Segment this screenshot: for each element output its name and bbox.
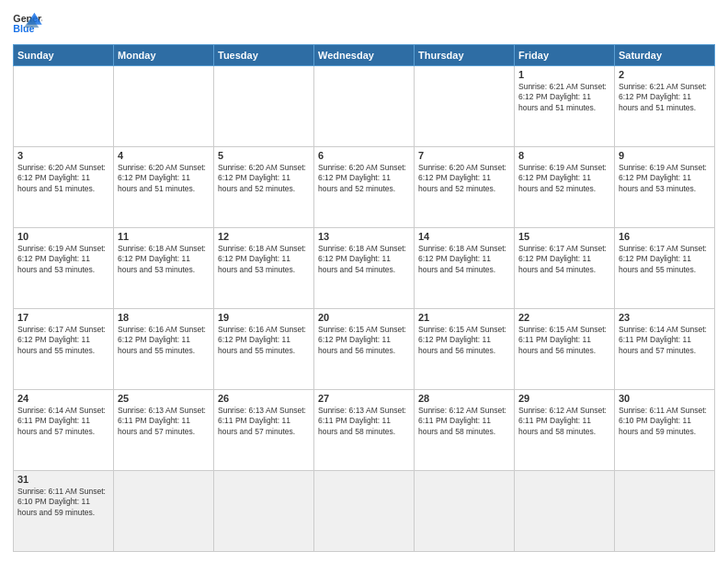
calendar-cell bbox=[114, 66, 214, 147]
day-number: 28 bbox=[418, 393, 510, 404]
cell-info: Sunrise: 6:12 AM Sunset: 6:11 PM Dayligh… bbox=[518, 406, 610, 437]
calendar-cell: 1Sunrise: 6:21 AM Sunset: 6:12 PM Daylig… bbox=[515, 66, 615, 147]
cell-info: Sunrise: 6:20 AM Sunset: 6:12 PM Dayligh… bbox=[118, 163, 210, 194]
day-number: 24 bbox=[17, 393, 109, 404]
calendar-cell bbox=[214, 471, 314, 552]
day-number: 18 bbox=[118, 312, 210, 323]
day-header-wednesday: Wednesday bbox=[314, 45, 415, 66]
calendar-cell: 22Sunrise: 6:15 AM Sunset: 6:11 PM Dayli… bbox=[515, 309, 615, 390]
cell-info: Sunrise: 6:17 AM Sunset: 6:12 PM Dayligh… bbox=[518, 244, 610, 275]
cell-info: Sunrise: 6:13 AM Sunset: 6:11 PM Dayligh… bbox=[318, 406, 410, 437]
calendar-cell: 29Sunrise: 6:12 AM Sunset: 6:11 PM Dayli… bbox=[515, 390, 615, 471]
cell-info: Sunrise: 6:20 AM Sunset: 6:12 PM Dayligh… bbox=[17, 163, 109, 194]
cell-info: Sunrise: 6:16 AM Sunset: 6:12 PM Dayligh… bbox=[218, 325, 310, 356]
calendar-cell bbox=[615, 471, 715, 552]
header: General Blue bbox=[13, 11, 715, 37]
calendar-cell: 14Sunrise: 6:18 AM Sunset: 6:12 PM Dayli… bbox=[415, 228, 515, 309]
day-number: 17 bbox=[17, 312, 109, 323]
cell-info: Sunrise: 6:14 AM Sunset: 6:11 PM Dayligh… bbox=[17, 406, 109, 437]
cell-info: Sunrise: 6:12 AM Sunset: 6:11 PM Dayligh… bbox=[418, 406, 510, 437]
page: General Blue SundayMondayTuesdayWednesda… bbox=[0, 0, 728, 563]
day-header-sunday: Sunday bbox=[14, 45, 114, 66]
calendar-cell: 30Sunrise: 6:11 AM Sunset: 6:10 PM Dayli… bbox=[615, 390, 715, 471]
calendar-cell: 9Sunrise: 6:19 AM Sunset: 6:12 PM Daylig… bbox=[615, 147, 715, 228]
day-number: 7 bbox=[418, 150, 510, 161]
calendar-cell: 10Sunrise: 6:19 AM Sunset: 6:12 PM Dayli… bbox=[14, 228, 114, 309]
day-number: 4 bbox=[118, 150, 210, 161]
day-number: 3 bbox=[17, 150, 109, 161]
day-number: 21 bbox=[418, 312, 510, 323]
calendar-cell bbox=[214, 66, 314, 147]
calendar-cell bbox=[314, 471, 415, 552]
cell-info: Sunrise: 6:11 AM Sunset: 6:10 PM Dayligh… bbox=[17, 487, 109, 518]
calendar-cell: 3Sunrise: 6:20 AM Sunset: 6:12 PM Daylig… bbox=[14, 147, 114, 228]
calendar-week-row: 10Sunrise: 6:19 AM Sunset: 6:12 PM Dayli… bbox=[14, 228, 715, 309]
calendar-table: SundayMondayTuesdayWednesdayThursdayFrid… bbox=[13, 44, 715, 552]
calendar-cell: 21Sunrise: 6:15 AM Sunset: 6:12 PM Dayli… bbox=[415, 309, 515, 390]
calendar-week-row: 3Sunrise: 6:20 AM Sunset: 6:12 PM Daylig… bbox=[14, 147, 715, 228]
calendar-header-row: SundayMondayTuesdayWednesdayThursdayFrid… bbox=[14, 45, 715, 66]
day-number: 19 bbox=[218, 312, 310, 323]
day-header-friday: Friday bbox=[515, 45, 615, 66]
calendar-cell: 11Sunrise: 6:18 AM Sunset: 6:12 PM Dayli… bbox=[114, 228, 214, 309]
calendar-cell: 16Sunrise: 6:17 AM Sunset: 6:12 PM Dayli… bbox=[615, 228, 715, 309]
calendar-cell: 24Sunrise: 6:14 AM Sunset: 6:11 PM Dayli… bbox=[14, 390, 114, 471]
day-number: 25 bbox=[118, 393, 210, 404]
cell-info: Sunrise: 6:20 AM Sunset: 6:12 PM Dayligh… bbox=[218, 163, 310, 194]
day-number: 12 bbox=[218, 231, 310, 242]
day-number: 2 bbox=[619, 69, 711, 80]
day-number: 31 bbox=[17, 474, 109, 485]
calendar-week-row: 24Sunrise: 6:14 AM Sunset: 6:11 PM Dayli… bbox=[14, 390, 715, 471]
cell-info: Sunrise: 6:15 AM Sunset: 6:12 PM Dayligh… bbox=[418, 325, 510, 356]
day-number: 9 bbox=[619, 150, 711, 161]
calendar-cell bbox=[415, 471, 515, 552]
calendar-cell: 4Sunrise: 6:20 AM Sunset: 6:12 PM Daylig… bbox=[114, 147, 214, 228]
calendar-cell bbox=[515, 471, 615, 552]
day-number: 14 bbox=[418, 231, 510, 242]
calendar-cell: 25Sunrise: 6:13 AM Sunset: 6:11 PM Dayli… bbox=[114, 390, 214, 471]
cell-info: Sunrise: 6:13 AM Sunset: 6:11 PM Dayligh… bbox=[118, 406, 210, 437]
day-number: 11 bbox=[118, 231, 210, 242]
day-header-tuesday: Tuesday bbox=[214, 45, 314, 66]
calendar-cell: 13Sunrise: 6:18 AM Sunset: 6:12 PM Dayli… bbox=[314, 228, 415, 309]
day-number: 29 bbox=[518, 393, 610, 404]
generalblue-logo-icon: General Blue bbox=[13, 11, 42, 37]
cell-info: Sunrise: 6:18 AM Sunset: 6:12 PM Dayligh… bbox=[118, 244, 210, 275]
calendar-cell: 8Sunrise: 6:19 AM Sunset: 6:12 PM Daylig… bbox=[515, 147, 615, 228]
calendar-cell bbox=[314, 66, 415, 147]
calendar-cell: 28Sunrise: 6:12 AM Sunset: 6:11 PM Dayli… bbox=[415, 390, 515, 471]
cell-info: Sunrise: 6:21 AM Sunset: 6:12 PM Dayligh… bbox=[518, 82, 610, 113]
calendar-cell: 7Sunrise: 6:20 AM Sunset: 6:12 PM Daylig… bbox=[415, 147, 515, 228]
day-number: 6 bbox=[318, 150, 410, 161]
cell-info: Sunrise: 6:18 AM Sunset: 6:12 PM Dayligh… bbox=[418, 244, 510, 275]
day-header-monday: Monday bbox=[114, 45, 214, 66]
calendar-cell: 12Sunrise: 6:18 AM Sunset: 6:12 PM Dayli… bbox=[214, 228, 314, 309]
day-number: 13 bbox=[318, 231, 410, 242]
day-number: 22 bbox=[518, 312, 610, 323]
day-number: 26 bbox=[218, 393, 310, 404]
cell-info: Sunrise: 6:19 AM Sunset: 6:12 PM Dayligh… bbox=[518, 163, 610, 194]
day-number: 10 bbox=[17, 231, 109, 242]
cell-info: Sunrise: 6:13 AM Sunset: 6:11 PM Dayligh… bbox=[218, 406, 310, 437]
day-number: 5 bbox=[218, 150, 310, 161]
calendar-cell: 2Sunrise: 6:21 AM Sunset: 6:12 PM Daylig… bbox=[615, 66, 715, 147]
day-number: 8 bbox=[518, 150, 610, 161]
calendar-cell: 15Sunrise: 6:17 AM Sunset: 6:12 PM Dayli… bbox=[515, 228, 615, 309]
calendar-cell: 18Sunrise: 6:16 AM Sunset: 6:12 PM Dayli… bbox=[114, 309, 214, 390]
calendar-cell: 5Sunrise: 6:20 AM Sunset: 6:12 PM Daylig… bbox=[214, 147, 314, 228]
day-header-saturday: Saturday bbox=[615, 45, 715, 66]
calendar-cell bbox=[14, 66, 114, 147]
calendar-cell bbox=[415, 66, 515, 147]
cell-info: Sunrise: 6:15 AM Sunset: 6:12 PM Dayligh… bbox=[318, 325, 410, 356]
calendar-cell: 27Sunrise: 6:13 AM Sunset: 6:11 PM Dayli… bbox=[314, 390, 415, 471]
cell-info: Sunrise: 6:15 AM Sunset: 6:11 PM Dayligh… bbox=[518, 325, 610, 356]
calendar-week-row: 31Sunrise: 6:11 AM Sunset: 6:10 PM Dayli… bbox=[14, 471, 715, 552]
cell-info: Sunrise: 6:11 AM Sunset: 6:10 PM Dayligh… bbox=[619, 406, 711, 437]
cell-info: Sunrise: 6:19 AM Sunset: 6:12 PM Dayligh… bbox=[619, 163, 711, 194]
calendar-cell: 31Sunrise: 6:11 AM Sunset: 6:10 PM Dayli… bbox=[14, 471, 114, 552]
day-number: 1 bbox=[518, 69, 610, 80]
day-number: 15 bbox=[518, 231, 610, 242]
cell-info: Sunrise: 6:21 AM Sunset: 6:12 PM Dayligh… bbox=[619, 82, 711, 113]
logo: General Blue bbox=[13, 11, 42, 37]
day-number: 20 bbox=[318, 312, 410, 323]
